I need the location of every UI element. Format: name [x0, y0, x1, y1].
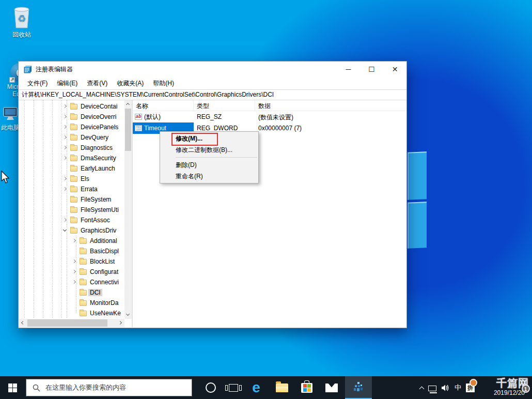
tree-item-label: Els	[79, 175, 91, 182]
tree-item-FileSystem[interactable]: FileSystem	[19, 194, 124, 205]
collapse-icon[interactable]	[63, 228, 67, 232]
context-menu-item-修改二进制数据B[interactable]: 修改二进制数据(B)...	[160, 144, 258, 156]
tree-item-DCI[interactable]: DCI	[19, 287, 124, 298]
menu-view[interactable]: 查看(V)	[82, 78, 112, 89]
tree-item-FileSystemUti[interactable]: FileSystemUti	[19, 205, 124, 215]
tree-item-EarlyLaunch[interactable]: EarlyLaunch	[19, 163, 124, 174]
tree-item-Els[interactable]: Els	[19, 174, 124, 184]
expand-icon[interactable]	[63, 115, 67, 118]
expand-icon[interactable]	[72, 239, 76, 242]
expand-icon[interactable]	[63, 104, 67, 108]
expand-icon[interactable]	[72, 270, 76, 273]
tree-item-MonitorDa[interactable]: MonitorDa	[19, 298, 124, 308]
tree-item-UseNewKe[interactable]: UseNewKe	[19, 308, 124, 318]
window-title: 注册表编辑器	[36, 65, 73, 74]
taskbar: 在这里输入你要搜索的内容 e 中 拼	[0, 376, 532, 399]
clock[interactable]: 2019/12/20 千篇网 1	[479, 377, 527, 398]
address-bar[interactable]: 计算机\HKEY_LOCAL_MACHINE\SYSTEM\CurrentCon…	[19, 89, 406, 100]
taskbar-item-cortana[interactable]	[199, 376, 222, 399]
tree-item-label: GraphicsDriv	[79, 227, 118, 234]
tree-item-label: DCI	[88, 289, 102, 296]
expand-icon[interactable]	[63, 135, 67, 139]
expand-icon[interactable]	[72, 259, 76, 263]
tree-item-Configurat[interactable]: Configurat	[19, 267, 124, 277]
title-bar[interactable]: 注册表编辑器 ─ ☐ ✕	[19, 62, 406, 77]
expand-icon[interactable]	[63, 177, 67, 180]
folder-icon	[80, 311, 87, 316]
tree-item-label: EarlyLaunch	[79, 165, 117, 172]
file-explorer-icon	[276, 383, 288, 392]
context-menu-item-重命名R[interactable]: 重命名(R)	[160, 171, 258, 182]
folder-icon	[70, 218, 77, 223]
tree-item-Connectivi[interactable]: Connectivi	[19, 277, 124, 287]
taskbar-item-mail[interactable]	[320, 376, 343, 399]
tree-item-Diagnostics[interactable]: Diagnostics	[19, 143, 124, 153]
expand-icon[interactable]	[63, 218, 67, 222]
taskbar-item-registry-editor-active[interactable]	[345, 376, 372, 399]
close-button[interactable]: ✕	[383, 62, 406, 77]
taskbar-search-input[interactable]: 在这里输入你要搜索的内容	[26, 379, 192, 396]
context-menu-item-删除D[interactable]: 删除(D)	[160, 159, 258, 171]
tree-item-FontAssoc[interactable]: FontAssoc	[19, 215, 124, 225]
tree-item-Additional[interactable]: Additional	[19, 236, 124, 246]
tree-item-Errata[interactable]: Errata	[19, 184, 124, 194]
maximize-button[interactable]: ☐	[360, 62, 383, 77]
taskbar-item-task-view[interactable]	[222, 376, 245, 399]
wallpaper-windows-logo-pane	[408, 151, 427, 199]
start-button[interactable]	[0, 376, 25, 399]
tree-vertical-scrollbar[interactable]	[124, 100, 132, 319]
vscroll-thumb[interactable]	[125, 109, 131, 151]
registry-editor-window: 注册表编辑器 ─ ☐ ✕ 文件(F) 编辑(E) 查看(V) 收藏夹(A) 帮助…	[18, 61, 407, 328]
expand-icon[interactable]	[63, 125, 67, 129]
watermark-badge: 1	[522, 385, 530, 393]
taskbar-item-store[interactable]	[295, 376, 318, 399]
expand-icon[interactable]	[72, 280, 76, 284]
folder-icon	[70, 104, 77, 110]
folder-icon	[80, 269, 87, 275]
tree-item-BlockList[interactable]: BlockList	[19, 256, 124, 267]
tree-item-DeviceContai[interactable]: DeviceContai	[19, 101, 124, 112]
taskbar-item-file-explorer[interactable]	[271, 376, 293, 399]
tree-item-DevQuery[interactable]: DevQuery	[19, 132, 124, 143]
value-name-cell[interactable]: ab(默认)	[133, 111, 194, 122]
hscroll-thumb[interactable]	[27, 319, 107, 327]
scroll-up-icon[interactable]	[126, 103, 130, 106]
column-header-name[interactable]: 名称	[133, 100, 194, 111]
tree-item-DmaSecurity[interactable]: DmaSecurity	[19, 153, 124, 163]
expand-icon[interactable]	[63, 156, 67, 160]
folder-icon	[80, 290, 87, 296]
network-icon[interactable]	[428, 386, 436, 391]
taskbar-item-edge[interactable]: e	[245, 376, 268, 399]
scroll-left-icon[interactable]	[21, 321, 25, 325]
ime-language-indicator[interactable]: 中	[455, 383, 461, 392]
regedit-icon	[352, 381, 365, 393]
context-menu-item-修改M[interactable]: 修改(M)...	[160, 133, 258, 144]
column-header-type[interactable]: 类型	[194, 100, 255, 111]
value-row-(默认)[interactable]: ab(默认)REG_SZ(数值未设置)	[133, 111, 406, 122]
folder-icon	[80, 249, 87, 254]
volume-icon[interactable]	[441, 384, 450, 392]
folder-icon	[70, 156, 77, 161]
desktop-icon-recycle-bin[interactable]: ♻ 回收站	[5, 5, 38, 39]
tree-item-DevicePanels[interactable]: DevicePanels	[19, 122, 124, 132]
tree-item-DeviceOverri[interactable]: DeviceOverri	[19, 112, 124, 122]
tree-horizontal-scrollbar[interactable]	[19, 319, 124, 327]
reg-sz-icon: ab	[135, 114, 142, 120]
menu-file[interactable]: 文件(F)	[23, 78, 52, 89]
tray-chevron-up-icon[interactable]	[419, 386, 425, 391]
menu-edit[interactable]: 编辑(E)	[52, 78, 82, 89]
scroll-right-icon[interactable]	[118, 321, 122, 325]
tree-item-GraphicsDriv[interactable]: GraphicsDriv	[19, 225, 124, 236]
column-header-data[interactable]: 数据	[255, 100, 358, 111]
expand-icon[interactable]	[63, 146, 67, 149]
tree-item-BasicDispl[interactable]: BasicDispl	[19, 246, 124, 256]
scroll-down-icon[interactable]	[126, 312, 130, 316]
folder-icon	[70, 187, 77, 192]
tree: DeviceContaiDeviceOverriDevicePanelsDevQ…	[19, 101, 124, 318]
minimize-button[interactable]: ─	[337, 62, 360, 77]
menu-favorites[interactable]: 收藏夹(A)	[112, 78, 148, 89]
menu-help[interactable]: 帮助(H)	[148, 78, 179, 89]
tree-item-label: Connectivi	[88, 279, 120, 286]
expand-icon[interactable]	[63, 187, 67, 191]
folder-icon	[70, 135, 77, 141]
